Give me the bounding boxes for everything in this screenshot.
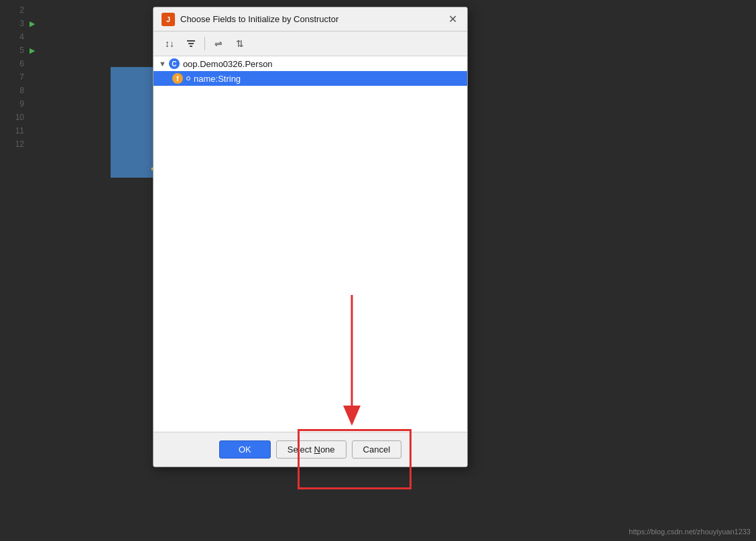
- expand-all-button[interactable]: ⇌: [209, 36, 228, 52]
- watermark: https://blog.csdn.net/zhouyiyuan1233: [629, 528, 751, 536]
- tree-field-item[interactable]: f name:String: [153, 71, 467, 86]
- filter-button[interactable]: [182, 36, 200, 52]
- run-arrow-3: ▶: [29, 17, 35, 30]
- field-badge: f: [172, 73, 183, 84]
- select-none-underline: N: [314, 444, 320, 455]
- dialog: J Choose Fields to Initialize by Constru…: [153, 7, 468, 467]
- dialog-title: Choose Fields to Initialize by Construct…: [180, 14, 446, 24]
- select-none-button[interactable]: Select None: [276, 440, 346, 459]
- svg-rect-2: [187, 40, 195, 42]
- sort-alpha-button[interactable]: ↕↓: [160, 36, 179, 52]
- cancel-button[interactable]: Cancel: [352, 440, 401, 459]
- tree-root-item[interactable]: ▼ C oop.Demo0326.Person: [153, 56, 467, 71]
- class-badge: C: [169, 58, 180, 69]
- close-button[interactable]: ✕: [446, 13, 459, 26]
- dialog-app-icon: J: [162, 13, 175, 26]
- field-dot: [186, 76, 190, 80]
- run-arrow-5: ▶: [29, 44, 35, 57]
- toolbar-separator: [204, 37, 205, 50]
- field-name: name:String: [194, 74, 241, 84]
- dialog-titlebar: J Choose Fields to Initialize by Constru…: [153, 7, 467, 32]
- collapse-all-button[interactable]: ⇅: [231, 36, 249, 52]
- svg-rect-3: [188, 43, 194, 44]
- dialog-toolbar: ↕↓ ⇌ ⇅: [153, 32, 467, 56]
- svg-rect-4: [190, 46, 192, 47]
- dialog-content: ▼ C oop.Demo0326.Person f name:String: [153, 56, 467, 432]
- ok-button[interactable]: OK: [219, 440, 271, 459]
- line-numbers: 2 3 ▶ 4 5 ▶ 6 7 8 9 10 11 12: [0, 0, 107, 541]
- filter-icon: [186, 39, 196, 48]
- expand-icon: ▼: [159, 60, 166, 68]
- class-name: oop.Demo0326.Person: [183, 59, 273, 69]
- dialog-footer: OK Select None Cancel: [153, 432, 467, 467]
